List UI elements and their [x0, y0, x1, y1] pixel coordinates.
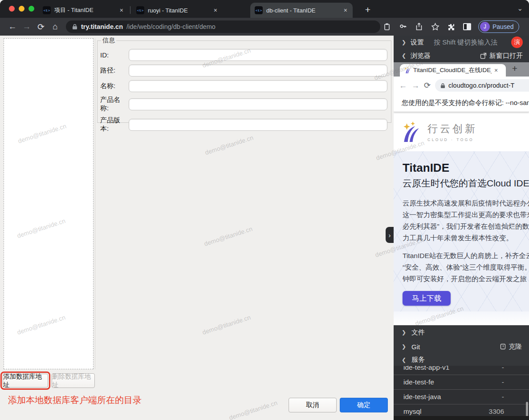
chevron-down-icon: ❮ [402, 52, 406, 59]
download-now-button[interactable]: 马上下载 [403, 291, 451, 306]
service-name: ide-test-app-v1 [403, 366, 449, 372]
db-client-page: 信息 ID: 路径: 名称: 产品名称: 产品版本: 添 [0, 36, 394, 420]
tab-close-icon[interactable]: × [119, 7, 124, 14]
tab-close-icon[interactable]: × [213, 7, 218, 14]
address-bar[interactable]: try.titanide.cn/ide/web/coding/db-client… [66, 20, 380, 33]
inner-forward-icon[interactable]: → [411, 81, 419, 90]
extensions-puzzle-icon[interactable] [444, 20, 458, 33]
panel-splitter[interactable] [95, 38, 96, 369]
panel-expand-handle[interactable]: › [386, 227, 394, 243]
settings-label: 设置 [411, 38, 424, 47]
path-label: 路径: [100, 66, 129, 75]
chevron-right-icon: ❯ [402, 343, 406, 350]
key-icon[interactable] [396, 20, 410, 33]
back-icon[interactable]: ← [5, 20, 20, 34]
home-icon[interactable]: ⌂ [48, 20, 62, 34]
form-row-name: 名称: [100, 80, 387, 92]
para1-line: 力工具几十年未曾发生根本性改变。 [403, 232, 529, 244]
product-version-input[interactable] [129, 119, 387, 131]
sandbox-warning-bar: 您使用的是不受支持的命令行标记: --no-sand [394, 94, 529, 112]
company-caption: CLOUD · TOGO [427, 137, 477, 142]
service-row[interactable]: ide-test-java - [394, 389, 529, 404]
info-legend: 信息 [101, 36, 116, 44]
cloudtogo-header: 行云创新 CLOUD · TOGO [394, 112, 529, 151]
service-port: - [502, 366, 504, 372]
services-section-header[interactable]: ❮ 服务 [394, 354, 529, 366]
tab-separator [130, 6, 130, 14]
files-section-header[interactable]: ❯ 文件 [394, 325, 529, 339]
path-input[interactable] [129, 65, 387, 77]
company-name: 行云创新 [427, 122, 477, 136]
add-database-address-button[interactable]: 添加数据库地址 [3, 374, 48, 388]
service-row[interactable]: ide-test-fe - [394, 375, 529, 389]
open-new-window-button[interactable]: 新窗口打开 [480, 52, 523, 60]
tab-title: db-client - TitanIDE [266, 7, 339, 14]
git-clone-button[interactable]: 克隆 [500, 343, 522, 351]
url-domain: try.titanide.cn [81, 23, 123, 30]
inner-browser-toolbar: ← → ⟳ cloudtogo.cn/product-T [394, 77, 529, 94]
service-port: 3306 [489, 408, 504, 416]
inner-new-tab-button[interactable]: + [512, 63, 517, 74]
inner-address-bar[interactable]: cloudtogo.cn/product-T [435, 79, 529, 92]
lock-icon [72, 24, 77, 30]
titanide-favicon: <t> [136, 6, 144, 14]
cloudtogo-favicon [403, 67, 411, 74]
share-icon[interactable] [412, 20, 426, 33]
scrollbar-thumb[interactable] [526, 402, 528, 416]
tab-project[interactable]: <t> 项目 - TitanIDE × [38, 3, 129, 18]
form-row-product-version: 产品版本: [100, 116, 387, 133]
tab-db-client-active[interactable]: <t> db-client - TitanIDE × [250, 3, 353, 18]
product-name-label: 产品名称: [100, 96, 129, 113]
profile-chip[interactable]: J Paused [478, 20, 519, 33]
chevron-right-icon: ❯ [402, 39, 406, 45]
inner-reload-icon[interactable]: ⟳ [424, 81, 431, 90]
forward-icon[interactable]: → [20, 20, 34, 34]
files-label: 文件 [411, 328, 425, 337]
inner-browser-tab[interactable]: TitanIDE_CloudIDE_在线IDE_ × [400, 64, 506, 77]
clone-label: 克隆 [509, 343, 522, 351]
close-window-button[interactable] [9, 6, 15, 12]
git-section-header[interactable]: ❯ Git 克隆 [394, 339, 529, 354]
form-row-id: ID: [100, 49, 387, 61]
form-row-path: 路径: [100, 65, 387, 77]
kebab-menu-icon[interactable] [524, 20, 529, 33]
tab-close-icon[interactable]: × [343, 7, 348, 14]
inner-url: cloudtogo.cn/product-T [448, 82, 514, 89]
confirm-button[interactable]: 确定 [340, 398, 388, 412]
new-tab-button[interactable]: + [362, 4, 374, 16]
id-input[interactable] [129, 49, 387, 61]
database-address-list[interactable] [4, 38, 94, 369]
service-list: ide-test-app-v1 - ide-test-fe - ide-test… [394, 366, 529, 416]
cancel-button[interactable]: 取消 [289, 398, 337, 412]
clipboard-icon[interactable] [380, 20, 394, 33]
demo-badge: 演 [511, 36, 523, 48]
product-name-input[interactable] [129, 98, 387, 110]
service-port: - [502, 393, 504, 401]
service-row[interactable]: mysql 3306 [394, 404, 529, 416]
tab-search-chevron-icon[interactable]: ⌄ [517, 4, 523, 12]
service-row[interactable]: ide-test-app-v1 - [394, 366, 529, 375]
zoom-window-button[interactable] [28, 6, 34, 12]
bookmark-star-icon[interactable] [428, 20, 442, 33]
minimize-window-button[interactable] [19, 6, 24, 12]
para2-line: “安全、高效、体验”这三个维度取得平衡。最 [403, 262, 529, 273]
browser-section-header[interactable]: ❮ 浏览器 新窗口打开 [394, 49, 529, 62]
delete-database-address-button[interactable]: 删除数据库地址 [52, 373, 95, 388]
side-panel-icon[interactable] [460, 20, 474, 33]
ime-hint: 按 Shift 键切换输入法 [434, 38, 497, 47]
inner-tab-close-icon[interactable]: × [494, 67, 498, 74]
panel-footer-strip [394, 416, 529, 420]
open-in-new-icon [480, 52, 487, 59]
inner-tab-title: TitanIDE_CloudIDE_在线IDE_ [413, 66, 492, 74]
reload-icon[interactable]: ⟳ [34, 20, 48, 34]
id-label: ID: [100, 51, 129, 59]
chevron-down-icon: ❮ [402, 357, 406, 363]
settings-section-header[interactable]: ❯ 设置 按 Shift 键切换输入法 演 [394, 36, 529, 49]
tab-title: ruoyi - TitanIDE [148, 7, 209, 14]
name-input[interactable] [129, 80, 387, 92]
tab-ruoyi[interactable]: <t> ruoyi - TitanIDE × [132, 3, 223, 18]
inner-back-icon[interactable]: ← [399, 81, 407, 90]
repo-clone-icon [500, 343, 506, 350]
avatar: J [480, 22, 490, 32]
titanide-favicon: <t> [43, 6, 51, 14]
